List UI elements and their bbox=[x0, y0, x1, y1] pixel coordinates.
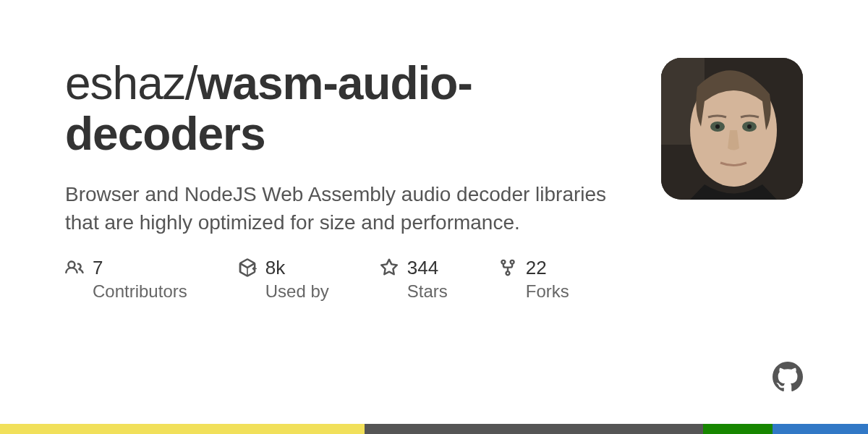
stat-contributors[interactable]: 7 Contributors bbox=[65, 257, 187, 304]
stat-usedby[interactable]: 8k Used by bbox=[238, 257, 329, 304]
repo-owner[interactable]: eshaz bbox=[65, 57, 185, 109]
usedby-label: Used by bbox=[265, 279, 329, 304]
repo-description: Browser and NodeJS Web Assembly audio de… bbox=[65, 180, 615, 237]
usedby-value: 8k bbox=[265, 257, 329, 279]
fork-icon bbox=[498, 258, 517, 277]
package-dependents-icon bbox=[238, 258, 257, 277]
people-icon bbox=[65, 258, 84, 277]
forks-label: Forks bbox=[526, 279, 569, 304]
avatar-placeholder-icon bbox=[661, 58, 803, 200]
github-logo-icon[interactable] bbox=[773, 362, 803, 392]
stars-value: 344 bbox=[407, 257, 448, 279]
language-bar bbox=[0, 424, 868, 434]
language-segment bbox=[773, 424, 868, 434]
contributors-value: 7 bbox=[93, 257, 187, 279]
forks-value: 22 bbox=[526, 257, 569, 279]
repo-title[interactable]: eshaz/wasm-audio-decoders bbox=[65, 58, 615, 160]
repo-card: eshaz/wasm-audio-decoders Browser and No… bbox=[0, 0, 868, 304]
language-segment bbox=[365, 424, 703, 434]
svg-point-6 bbox=[747, 124, 752, 129]
owner-avatar[interactable] bbox=[661, 58, 803, 200]
language-segment bbox=[703, 424, 773, 434]
repo-content: eshaz/wasm-audio-decoders Browser and No… bbox=[65, 58, 615, 304]
stat-forks[interactable]: 22 Forks bbox=[498, 257, 569, 304]
contributors-label: Contributors bbox=[93, 279, 187, 304]
stars-label: Stars bbox=[407, 279, 448, 304]
language-segment bbox=[0, 424, 365, 434]
stat-stars[interactable]: 344 Stars bbox=[380, 257, 448, 304]
star-icon bbox=[380, 258, 399, 277]
svg-point-5 bbox=[715, 124, 720, 129]
repo-stats: 7 Contributors 8k Used by 344 Stars bbox=[65, 257, 615, 304]
